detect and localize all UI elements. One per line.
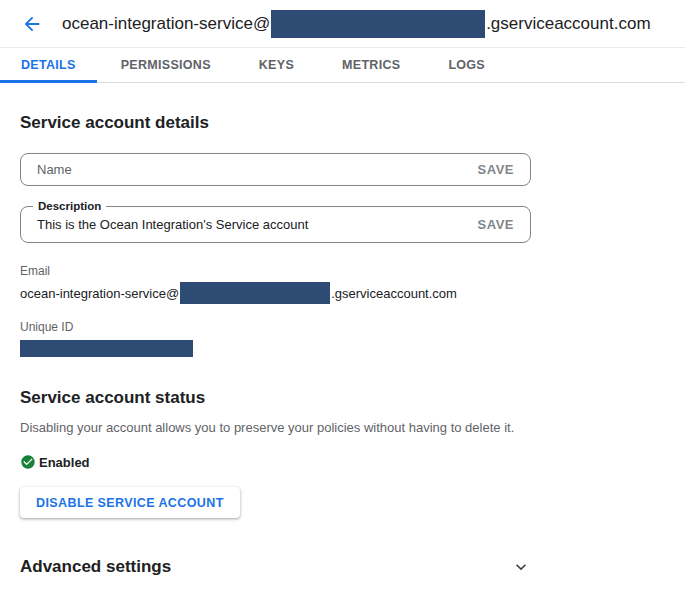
status-row: Enabled <box>20 454 665 470</box>
redacted-project-id-title <box>271 10 485 38</box>
details-section-heading: Service account details <box>20 113 665 133</box>
advanced-section-heading: Advanced settings <box>20 557 171 577</box>
tab-metrics-label: METRICS <box>342 58 400 72</box>
email-label: Email <box>20 264 665 278</box>
tab-keys[interactable]: KEYS <box>235 48 318 82</box>
email-value-suffix: .gserviceaccount.com <box>331 286 457 301</box>
page-title-suffix: .gserviceaccount.com <box>486 14 650 34</box>
tab-logs[interactable]: LOGS <box>424 48 509 82</box>
advanced-settings-toggle[interactable]: Advanced settings <box>20 557 531 577</box>
status-badge: Enabled <box>39 455 90 470</box>
description-input[interactable] <box>37 217 466 232</box>
status-description: Disabling your account allows you to pre… <box>20 420 665 436</box>
tab-keys-label: KEYS <box>259 58 294 72</box>
tab-bar: DETAILS PERMISSIONS KEYS METRICS LOGS <box>0 48 685 83</box>
back-button[interactable] <box>20 12 44 36</box>
arrow-back-icon <box>21 13 43 35</box>
description-save-button[interactable]: SAVE <box>478 217 514 232</box>
check-circle-icon <box>20 454 36 470</box>
name-input[interactable] <box>37 162 466 177</box>
tab-details-label: DETAILS <box>21 58 76 72</box>
page-header: ocean-integration-service@.gserviceaccou… <box>0 0 685 48</box>
disable-service-account-button[interactable]: DISABLE SERVICE ACCOUNT <box>20 487 240 518</box>
main-content: Service account details SAVE Description… <box>0 113 685 577</box>
description-field: Description SAVE <box>20 206 531 243</box>
tab-permissions[interactable]: PERMISSIONS <box>97 48 235 82</box>
unique-id-label: Unique ID <box>20 320 665 334</box>
redacted-unique-id <box>20 340 193 357</box>
chevron-down-icon[interactable] <box>511 557 531 577</box>
name-save-button[interactable]: SAVE <box>478 162 514 177</box>
page-title-prefix: ocean-integration-service@ <box>62 14 270 34</box>
page-title: ocean-integration-service@.gserviceaccou… <box>62 10 651 38</box>
email-value-prefix: ocean-integration-service@ <box>20 286 179 301</box>
description-field-label: Description <box>33 199 106 213</box>
name-field: SAVE <box>20 153 531 186</box>
status-section-heading: Service account status <box>20 388 665 408</box>
tab-metrics[interactable]: METRICS <box>318 48 424 82</box>
email-value: ocean-integration-service@.gserviceaccou… <box>20 282 665 304</box>
tab-details[interactable]: DETAILS <box>0 48 97 82</box>
redacted-project-id-email <box>180 282 330 304</box>
tab-permissions-label: PERMISSIONS <box>121 58 211 72</box>
tab-logs-label: LOGS <box>448 58 485 72</box>
